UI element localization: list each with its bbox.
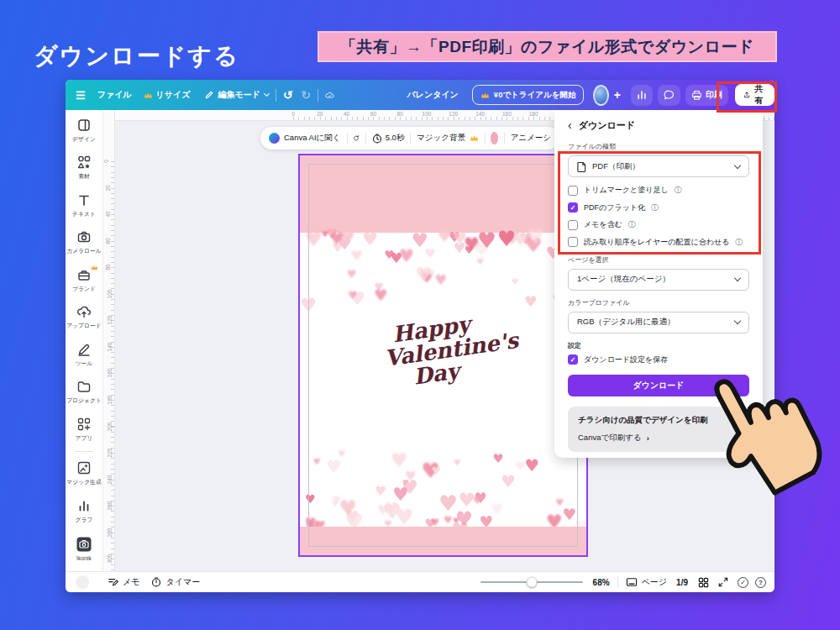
crown-icon bbox=[480, 92, 490, 99]
color-profile-dropdown[interactable]: RGB（デジタル用に最適） bbox=[568, 312, 749, 333]
folder-icon bbox=[76, 379, 92, 394]
left-sidebar: デザイン 素材 テキスト カメラロール ブランド アップロード bbox=[66, 110, 103, 571]
undo-button[interactable]: ↺ bbox=[283, 88, 293, 102]
animation-button[interactable]: アニメーシ bbox=[511, 133, 551, 144]
edit-mode-menu[interactable]: 編集モード bbox=[204, 89, 269, 101]
camera-icon bbox=[76, 229, 92, 244]
zoom-slider[interactable] bbox=[480, 581, 583, 583]
trial-button[interactable]: ¥0でトライアルを開始 bbox=[472, 85, 585, 105]
insights-button[interactable] bbox=[631, 85, 653, 106]
printer-icon bbox=[691, 90, 702, 100]
checkbox-row-reading-order[interactable]: ✓ 読み取り順序をレイヤーの配置に合わせる ⓘ bbox=[568, 237, 749, 248]
file-menu[interactable]: ファイル bbox=[97, 89, 132, 101]
checkbox-trim-marks[interactable]: ✓ bbox=[568, 186, 578, 196]
pen-tool-icon bbox=[76, 342, 92, 357]
sidebar-item-camera-roll[interactable]: カメラロール bbox=[66, 224, 102, 262]
share-upload-icon bbox=[743, 90, 750, 100]
menu-icon[interactable]: ☰ bbox=[76, 89, 86, 102]
print-button[interactable]: 印刷 bbox=[685, 85, 728, 106]
checkbox-reading-order[interactable]: ✓ bbox=[568, 237, 578, 247]
sidebar-item-text[interactable]: テキスト bbox=[66, 186, 102, 224]
share-button[interactable]: 共有 bbox=[735, 84, 774, 106]
sidebar-item-uploads[interactable]: アップロード bbox=[66, 299, 102, 337]
info-icon[interactable]: ⓘ bbox=[735, 237, 743, 248]
checkbox-flatten-pdf[interactable]: ✓ bbox=[568, 202, 578, 213]
checkbox-row-trim-marks[interactable]: ✓ トリムマークと塗り足し ⓘ bbox=[568, 185, 749, 196]
info-icon[interactable]: ⓘ bbox=[651, 202, 659, 213]
notes-icon bbox=[108, 577, 118, 587]
chevron-down-icon bbox=[734, 275, 741, 281]
zoom-slider-knob[interactable] bbox=[526, 577, 537, 588]
editor-toolbar: ☰ ファイル リサイズ 編集モード ↺ ↻ バレンタイン ¥0でトライアルを開始 bbox=[66, 80, 774, 110]
redo-button[interactable]: ↻ bbox=[301, 88, 311, 102]
sidebar-item-apps[interactable]: アプリ bbox=[66, 411, 102, 449]
sidebar-item-design[interactable]: デザイン bbox=[66, 112, 102, 150]
grid-view-icon[interactable] bbox=[698, 577, 709, 588]
chevron-down-icon bbox=[264, 91, 270, 97]
checkbox-include-notes[interactable]: ✓ bbox=[568, 220, 578, 230]
context-toolbar: Canva AIに聞く 5.0秒 マジック背景 アニメーシ bbox=[260, 127, 559, 150]
color-profile-label: カラープロファイル bbox=[568, 298, 749, 307]
sidebar-item-tools[interactable]: ツール bbox=[66, 336, 102, 374]
color-swatch[interactable] bbox=[491, 132, 498, 144]
status-bar: メモ タイマー 68% ページ 1/9 ✓ ? bbox=[66, 571, 774, 592]
magic-media-icon bbox=[76, 460, 92, 475]
design-icon bbox=[76, 118, 92, 133]
help-icon[interactable]: ? bbox=[755, 577, 766, 588]
chevron-right-icon: › bbox=[647, 433, 649, 443]
design-title[interactable]: バレンタイン bbox=[407, 89, 458, 101]
info-icon[interactable]: ⓘ bbox=[675, 185, 682, 196]
chart-icon bbox=[637, 90, 647, 100]
comments-button[interactable] bbox=[658, 85, 680, 106]
sidebar-item-projects[interactable]: プロジェクト bbox=[66, 374, 102, 412]
ask-canva-ai-button[interactable]: Canva AIに聞く bbox=[269, 133, 341, 144]
bar-chart-icon bbox=[76, 498, 92, 513]
page-title: ダウンロードする bbox=[34, 40, 239, 72]
timer-button[interactable]: タイマー bbox=[151, 576, 200, 588]
apps-grid-icon bbox=[76, 417, 92, 432]
info-icon[interactable]: ⓘ bbox=[628, 219, 636, 230]
pages-view-button[interactable]: ページ bbox=[626, 576, 667, 588]
canva-editor-window: ☰ ファイル リサイズ 編集モード ↺ ↻ バレンタイン ¥0でトライアルを開始 bbox=[66, 80, 774, 592]
checkbox-row-flatten-pdf[interactable]: ✓ PDFのフラット化 ⓘ bbox=[568, 202, 749, 213]
pages-icon bbox=[626, 577, 638, 587]
sidebar-item-charts[interactable]: グラフ bbox=[66, 492, 102, 530]
add-member-button[interactable]: + bbox=[614, 88, 621, 102]
page-indicator: 1/9 bbox=[676, 578, 688, 587]
back-icon[interactable]: ‹ bbox=[568, 118, 572, 132]
page-select-label: ページを選択 bbox=[568, 255, 749, 265]
ikonik-app-icon bbox=[76, 536, 92, 553]
file-type-dropdown[interactable]: PDF（印刷） bbox=[568, 155, 749, 177]
canva-ai-icon bbox=[269, 133, 280, 144]
hand-cursor bbox=[710, 360, 819, 498]
text-icon bbox=[76, 192, 92, 207]
magic-background-button[interactable]: マジック背景 bbox=[417, 133, 479, 144]
sidebar-item-brand[interactable]: ブランド bbox=[66, 261, 102, 299]
design-canvas[interactable]: ♥♥♥♥♥♥♥♥♥♥♥♥♥♥♥♥♥♥♥♥♥♥♥♥♥♥♥♥♥♥♥♥♥♥♥♥♥♥♥♥… bbox=[298, 154, 588, 557]
page-select-dropdown[interactable]: 1ページ（現在のページ） bbox=[568, 269, 749, 291]
crown-icon bbox=[144, 92, 153, 99]
checkbox-save-settings[interactable]: ✓ bbox=[568, 354, 578, 365]
fullscreen-icon[interactable] bbox=[718, 577, 728, 587]
speech-bubble-icon bbox=[664, 90, 675, 100]
resize-menu[interactable]: リサイズ bbox=[144, 89, 191, 101]
crown-icon bbox=[91, 265, 98, 270]
pencil-icon bbox=[204, 90, 214, 100]
settings-label: 設定 bbox=[568, 341, 749, 350]
file-type-label: ファイルの種類 bbox=[568, 142, 749, 151]
sidebar-item-magic-media[interactable]: マジック生成 bbox=[66, 455, 102, 493]
notes-button[interactable]: メモ bbox=[108, 576, 139, 588]
duration-button[interactable]: 5.0秒 bbox=[372, 133, 405, 144]
avatar[interactable] bbox=[593, 85, 608, 106]
brand-kit-icon bbox=[76, 267, 92, 282]
instruction-banner: 「共有」→「PDF印刷」のファイル形式でダウンロード bbox=[318, 31, 777, 62]
assistant-ghost-icon bbox=[76, 575, 89, 589]
sidebar-item-ikonik[interactable]: Ikonik bbox=[66, 530, 102, 568]
chevron-down-icon bbox=[734, 318, 741, 324]
page: ダウンロードする 「共有」→「PDF印刷」のファイル形式でダウンロード ☰ ファ… bbox=[0, 0, 840, 630]
checkbox-row-include-notes[interactable]: ✓ メモを含む ⓘ bbox=[568, 219, 749, 230]
sidebar-item-elements[interactable]: 素材 bbox=[66, 150, 102, 187]
regenerate-icon[interactable] bbox=[353, 133, 360, 144]
status-check-icon[interactable]: ✓ bbox=[738, 577, 748, 588]
chevron-down-icon bbox=[734, 161, 741, 168]
